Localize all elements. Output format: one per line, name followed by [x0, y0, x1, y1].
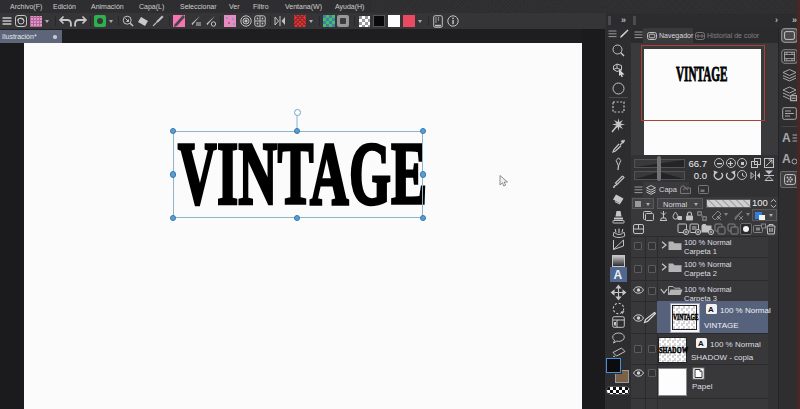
svg-text:A: A	[782, 152, 791, 166]
svg-text:A: A	[782, 131, 791, 145]
